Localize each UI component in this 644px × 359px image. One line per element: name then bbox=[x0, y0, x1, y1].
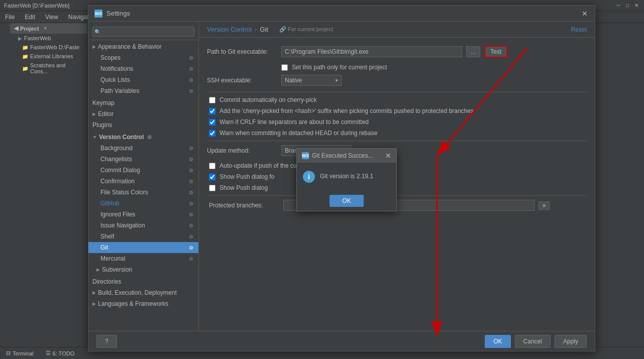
nav-item-commit-dialog[interactable]: Commit Dialog ⚙ bbox=[88, 165, 198, 176]
reset-button[interactable]: Reset bbox=[571, 26, 587, 33]
nav-item-shelf[interactable]: Shelf ⚙ bbox=[88, 231, 198, 242]
path-to-git-label: Path to Git executable: bbox=[207, 48, 277, 55]
add-cherry-checkbox[interactable] bbox=[209, 108, 216, 114]
nav-item-ignored-files[interactable]: Ignored Files ⚙ bbox=[88, 209, 198, 220]
settings-nav: 🔍 ▶ Appearance & Behavior Scopes ⚙ Notif… bbox=[88, 22, 199, 331]
auto-update-checkbox[interactable] bbox=[209, 163, 216, 169]
ide-window-controls: ─ □ ✕ bbox=[615, 2, 640, 9]
nav-filestatus-label: File Status Colors bbox=[100, 189, 148, 196]
terminal-label: Terminal bbox=[13, 350, 34, 356]
folder-open-icon: 📁 bbox=[22, 45, 28, 50]
nav-background-label: Background bbox=[100, 145, 133, 152]
git-popup-footer: OK bbox=[297, 191, 396, 211]
nav-group-plugins[interactable]: Plugins bbox=[88, 119, 198, 131]
nav-item-scopes[interactable]: Scopes ⚙ bbox=[88, 52, 198, 63]
nav-group-editor[interactable]: ▶ Editor bbox=[88, 108, 198, 119]
divider-2 bbox=[207, 141, 587, 141]
nav-item-quicklists[interactable]: Quick Lists ⚙ bbox=[88, 74, 198, 85]
close-button[interactable]: ✕ bbox=[633, 2, 640, 9]
nav-item-mercurial[interactable]: Mercurial ⚙ bbox=[88, 253, 198, 264]
settings-close-button[interactable]: ✕ bbox=[581, 10, 589, 18]
git-popup-ok-button[interactable]: OK bbox=[330, 195, 363, 207]
menu-edit[interactable]: Edit bbox=[23, 13, 37, 22]
nav-group-subversion[interactable]: ▶ Subversion bbox=[88, 264, 198, 275]
warn-crlf-row: Warn if CRLF line separators are about t… bbox=[207, 118, 587, 126]
nav-group-keymap[interactable]: Keymap bbox=[88, 97, 198, 108]
todo-tab[interactable]: ☰ 6: TODO bbox=[44, 350, 77, 356]
warn-crlf-checkbox[interactable] bbox=[209, 119, 216, 126]
show-push2-row: Show Push dialog ted Branches bbox=[207, 184, 587, 191]
nav-directories-label: Directories bbox=[92, 278, 121, 285]
nav-item-confirmation[interactable]: Confirmation ⚙ bbox=[88, 176, 198, 187]
nav-item-file-status[interactable]: File Status Colors ⚙ bbox=[88, 187, 198, 198]
help-button[interactable]: ? bbox=[96, 335, 117, 348]
search-wrap: 🔍 bbox=[92, 27, 194, 37]
nav-item-pathvars[interactable]: Path Variables ⚙ bbox=[88, 85, 198, 96]
divider-3 bbox=[207, 195, 587, 196]
nav-ignoredfiles-label: Ignored Files bbox=[100, 211, 135, 218]
minimize-button[interactable]: ─ bbox=[615, 2, 622, 9]
ssh-executable-select[interactable]: Native Built-in bbox=[281, 75, 342, 86]
maximize-button[interactable]: □ bbox=[624, 2, 631, 9]
nav-item-changelists[interactable]: Changelists ⚙ bbox=[88, 154, 198, 165]
warn-crlf-label: Warn if CRLF line separators are about t… bbox=[220, 118, 369, 126]
settings-content: Version Control › Git 🔗 For current proj… bbox=[199, 22, 595, 331]
nav-quicklists-label: Quick Lists bbox=[100, 76, 130, 83]
nav-arrow-languages: ▶ bbox=[92, 301, 96, 306]
nav-languages-label: Languages & Frameworks bbox=[98, 300, 168, 307]
nav-item-background[interactable]: Background ⚙ bbox=[88, 143, 198, 154]
nav-group-languages[interactable]: ▶ Languages & Frameworks bbox=[88, 298, 198, 309]
terminal-tab[interactable]: ⊟ Terminal bbox=[4, 350, 36, 356]
breadcrumb-separator: › bbox=[255, 26, 257, 33]
sidebar-item-fasterweb-d[interactable]: 📁 FasterWeb D:\Faste bbox=[10, 43, 87, 52]
path-to-git-input[interactable] bbox=[281, 46, 462, 57]
protected-close-button[interactable]: ✕ bbox=[539, 201, 550, 210]
protected-branches-label: Protected branches: bbox=[209, 202, 279, 209]
ok-button[interactable]: OK bbox=[485, 335, 510, 348]
set-path-checkbox[interactable] bbox=[281, 64, 288, 71]
nav-item-notifications[interactable]: Notifications ⚙ bbox=[88, 63, 198, 74]
sidebar-fasterweb-d-label: FasterWeb D:\Faste bbox=[30, 44, 79, 50]
commit-cherry-checkbox[interactable] bbox=[209, 97, 216, 103]
nav-vc-label: Version Control bbox=[99, 134, 144, 141]
breadcrumb-parent[interactable]: Version Control bbox=[207, 26, 252, 33]
settings-search-input[interactable] bbox=[92, 27, 194, 37]
nav-pathvars-icon: ⚙ bbox=[187, 87, 194, 94]
nav-keymap-label: Keymap bbox=[92, 99, 115, 106]
warn-detached-checkbox[interactable] bbox=[209, 130, 216, 137]
nav-git-label: Git bbox=[100, 244, 108, 251]
menu-file[interactable]: File bbox=[3, 13, 17, 22]
nav-plugins-label: Plugins bbox=[92, 122, 112, 129]
menu-view[interactable]: View bbox=[43, 13, 60, 22]
git-popup-body: i Git version is 2.19.1 bbox=[297, 163, 396, 191]
sidebar-item-scratches[interactable]: 📁 Scratches and Cons... bbox=[10, 61, 87, 76]
set-path-label: Set this path only for current project bbox=[292, 64, 387, 71]
nav-item-github[interactable]: GitHub ⚙ bbox=[88, 198, 198, 209]
apply-button[interactable]: Apply bbox=[555, 335, 587, 348]
nav-issuenav-label: Issue Navigation bbox=[100, 222, 145, 229]
settings-title-text: Settings bbox=[106, 10, 577, 17]
git-popup-close-button[interactable]: ✕ bbox=[385, 152, 391, 160]
sidebar-item-ext-libs[interactable]: 📁 External Libraries bbox=[10, 52, 87, 61]
terminal-icon: ⊟ bbox=[6, 350, 11, 356]
git-popup-info-icon: i bbox=[303, 171, 315, 183]
settings-titlebar: WS Settings ✕ bbox=[88, 6, 595, 22]
nav-shelf-label: Shelf bbox=[100, 233, 114, 240]
sidebar-scratches-label: Scratches and Cons... bbox=[30, 62, 83, 74]
show-push2-checkbox[interactable] bbox=[209, 185, 216, 191]
cancel-button[interactable]: Cancel bbox=[515, 335, 551, 348]
nav-group-build[interactable]: ▶ Build, Execution, Deployment bbox=[88, 287, 198, 298]
git-popup-titlebar: WS Git Executed Succes... ✕ bbox=[297, 149, 396, 163]
breadcrumb: Version Control › Git 🔗 For current proj… bbox=[207, 26, 333, 33]
nav-group-appearance[interactable]: ▶ Appearance & Behavior bbox=[88, 41, 198, 52]
nav-item-issue-nav[interactable]: Issue Navigation ⚙ bbox=[88, 220, 198, 231]
show-push-checkbox[interactable] bbox=[209, 174, 216, 180]
nav-item-git[interactable]: Git ⚙ bbox=[88, 242, 198, 253]
test-button[interactable]: Test bbox=[484, 46, 507, 58]
path-ellipsis-button[interactable]: ... bbox=[466, 46, 480, 57]
nav-group-vc[interactable]: ▼ Version Control ⚙ bbox=[88, 132, 198, 143]
sidebar-item-fasterweb[interactable]: ▶ FasterWeb bbox=[10, 34, 87, 43]
show-push-row: Show Push dialog fo bbox=[207, 173, 587, 180]
nav-group-directories[interactable]: Directories bbox=[88, 276, 198, 287]
show-push-label: Show Push dialog fo bbox=[220, 173, 274, 180]
